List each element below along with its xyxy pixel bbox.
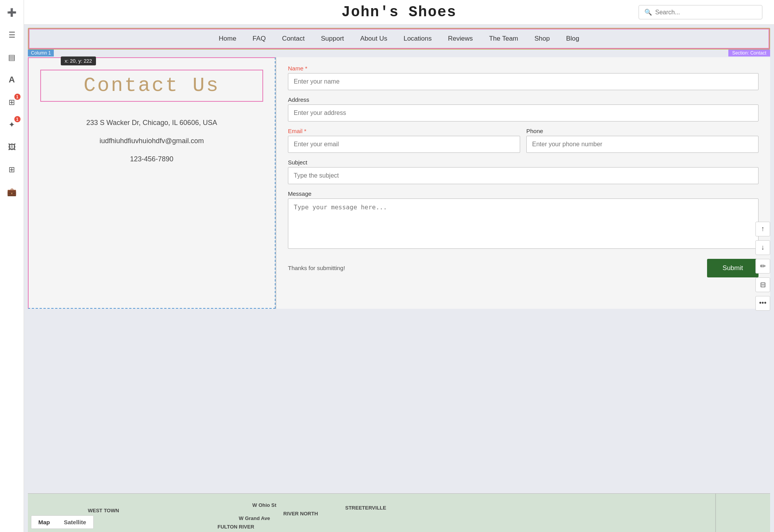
grid-button[interactable]: ⊟ xyxy=(755,277,770,292)
text-icon[interactable]: A xyxy=(5,73,19,87)
search-box[interactable]: 🔍 xyxy=(639,5,762,19)
apps-icon[interactable]: ✦ 1 xyxy=(5,118,19,132)
phone-input[interactable] xyxy=(526,136,759,153)
map-label-rivernorth: RIVER NORTH xyxy=(283,511,318,517)
sidebar: ➕ ☰ ▤ A ⊞ 1 ✦ 1 🖼 ⊞ 💼 xyxy=(0,0,24,532)
map-line xyxy=(715,494,716,532)
address-input[interactable] xyxy=(288,104,759,121)
tooltip: x: 20, y: 222 xyxy=(61,56,96,65)
nav-faq[interactable]: FAQ xyxy=(250,33,268,44)
nav-bar-inner: Home FAQ Contact Support About Us Locati… xyxy=(29,29,769,49)
contact-address: 233 S Wacker Dr, Chicago, IL 60606, USA xyxy=(86,117,217,128)
content-section: Contact Us 233 S Wacker Dr, Chicago, IL … xyxy=(28,57,770,309)
message-label: Message xyxy=(288,190,759,197)
map-strip: Map Satellite WEST TOWN W Ohio St RIVER … xyxy=(28,493,770,532)
section-wrapper: Column 1 Section: Contact x: 20, y: 222 … xyxy=(28,50,770,532)
scroll-down-button[interactable]: ↓ xyxy=(755,240,770,255)
menu-icon[interactable]: ☰ xyxy=(5,28,19,42)
phone-label: Phone xyxy=(526,128,759,134)
left-panel: Contact Us 233 S Wacker Dr, Chicago, IL … xyxy=(28,57,276,309)
site-title: John's Shoes xyxy=(341,4,457,21)
map-label-streeterville: STREETERVILLE xyxy=(345,505,386,511)
plus-icon[interactable]: ➕ xyxy=(5,5,19,19)
nav-shop[interactable]: Shop xyxy=(532,33,552,44)
subject-field-group: Subject xyxy=(288,159,759,184)
map-label-ohio: W Ohio St xyxy=(252,502,276,508)
nav-home[interactable]: Home xyxy=(216,33,238,44)
contact-email: iudfhiuhdfiuvhuiohdfv@gmail.com xyxy=(99,135,204,147)
list-icon[interactable]: ▤ xyxy=(5,50,19,64)
nav-bar-wrapper: Home FAQ Contact Support About Us Locati… xyxy=(28,28,770,50)
map-label-grand: W Grand Ave xyxy=(239,515,270,521)
edit-button[interactable]: ✏ xyxy=(755,259,770,274)
section-label: Section: Contact xyxy=(728,50,770,56)
nav-blog[interactable]: Blog xyxy=(564,33,582,44)
right-panel: Name * Address Email * xyxy=(276,57,770,309)
nav-reviews[interactable]: Reviews xyxy=(445,33,475,44)
submit-row: Thanks for submitting! Submit xyxy=(288,257,759,277)
scroll-up-button[interactable]: ↑ xyxy=(755,222,770,236)
message-field-group: Message xyxy=(288,190,759,250)
subject-input[interactable] xyxy=(288,167,759,184)
nav-team[interactable]: The Team xyxy=(487,33,521,44)
name-label: Name * xyxy=(288,65,759,72)
right-float-panel: ↑ ↓ ✏ ⊟ ••• xyxy=(755,222,770,311)
nav-locations[interactable]: Locations xyxy=(401,33,434,44)
submit-button[interactable]: Submit xyxy=(707,259,759,277)
grid-icon[interactable]: ⊞ 1 xyxy=(5,95,19,109)
table-icon[interactable]: ⊞ xyxy=(5,163,19,176)
contact-phone: 123-456-7890 xyxy=(130,154,173,165)
map-button[interactable]: Map xyxy=(31,516,57,529)
case-icon[interactable]: 💼 xyxy=(5,185,19,199)
name-field-group: Name * xyxy=(288,65,759,90)
nav-about[interactable]: About Us xyxy=(358,33,390,44)
column-label: Column 1 xyxy=(28,50,54,56)
message-textarea[interactable] xyxy=(288,198,759,249)
image-icon[interactable]: 🖼 xyxy=(5,140,19,154)
map-label-westtown: WEST TOWN xyxy=(88,508,119,513)
thanks-text: Thanks for submitting! xyxy=(288,265,345,271)
email-field-group: Email * xyxy=(288,128,520,153)
map-controls: Map Satellite xyxy=(31,515,94,529)
nav-contact[interactable]: Contact xyxy=(280,33,307,44)
name-input[interactable] xyxy=(288,73,759,90)
badge-1: 1 xyxy=(14,94,21,100)
search-icon: 🔍 xyxy=(644,9,652,16)
header: John's Shoes 🔍 xyxy=(24,0,774,25)
address-label: Address xyxy=(288,96,759,103)
contact-us-title: Contact Us xyxy=(40,70,263,102)
nav-support[interactable]: Support xyxy=(319,33,346,44)
nav-bar: Home FAQ Contact Support About Us Locati… xyxy=(37,33,761,44)
address-field-group: Address xyxy=(288,96,759,121)
badge-2: 1 xyxy=(14,116,21,122)
email-phone-row: Email * Phone xyxy=(288,128,759,153)
more-button[interactable]: ••• xyxy=(755,296,770,311)
satellite-button[interactable]: Satellite xyxy=(57,516,93,529)
search-input[interactable] xyxy=(655,9,757,16)
phone-field-group: Phone xyxy=(526,128,759,153)
email-label: Email * xyxy=(288,128,520,134)
subject-label: Subject xyxy=(288,159,759,166)
email-input[interactable] xyxy=(288,136,520,153)
map-label-fulton: FULTON RIVER xyxy=(217,524,254,530)
main-area: John's Shoes 🔍 Home FAQ Contact Support … xyxy=(24,0,774,532)
